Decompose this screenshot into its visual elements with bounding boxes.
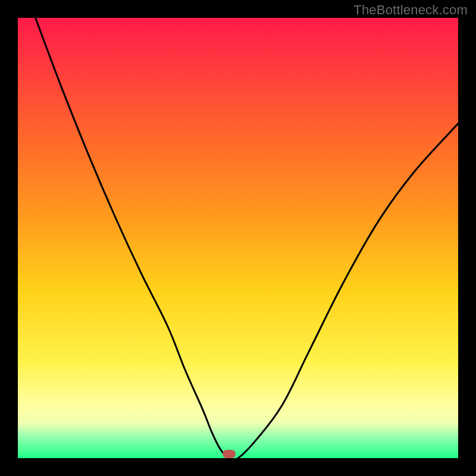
- chart-frame: TheBottleneck.com: [0, 0, 476, 476]
- watermark-text: TheBottleneck.com: [353, 2, 468, 18]
- plot-area: [18, 18, 458, 458]
- optimum-marker: [223, 450, 236, 458]
- bottleneck-curve: [18, 18, 458, 458]
